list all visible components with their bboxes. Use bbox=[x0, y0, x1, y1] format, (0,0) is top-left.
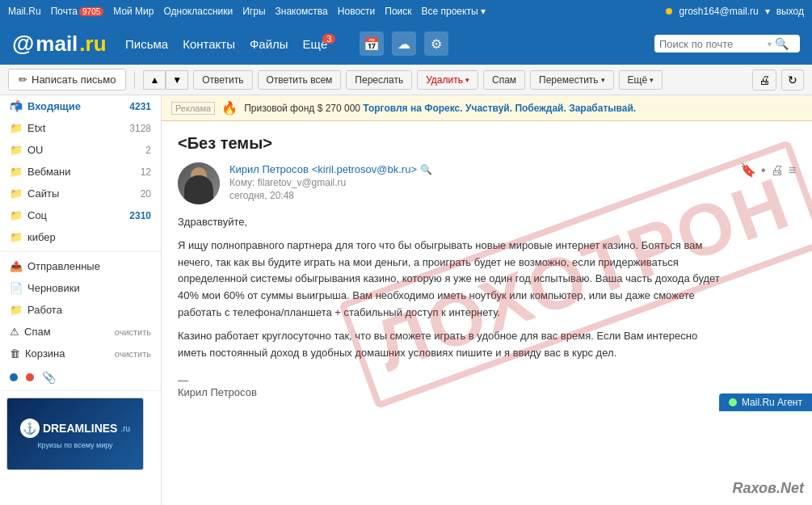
sidebar-item-trash[interactable]: 🗑 Корзина очистить bbox=[0, 343, 161, 364]
move-button[interactable]: Переместить ▾ bbox=[530, 70, 614, 90]
ad-link[interactable]: Торговля на Форекс. Участвуй. Побеждай. … bbox=[363, 103, 636, 114]
dreamlines-banner[interactable]: ⚓ DREAMLINES .ru Круизы по всему миру bbox=[6, 398, 144, 470]
move-label: Переместить bbox=[539, 74, 599, 86]
topnav-right: grosh164@mail.ru ▾ выход bbox=[666, 6, 804, 17]
menu-icon[interactable]: ≡ bbox=[789, 163, 796, 178]
sidebar-item-etxt[interactable]: 📁 Etxt 3128 bbox=[0, 117, 161, 139]
email-to: Кому: filaretov_v@gmail.ru bbox=[229, 177, 730, 188]
sidebar-item-sent[interactable]: 📤 Отправленные bbox=[0, 255, 161, 277]
print-button[interactable]: 🖨 bbox=[752, 69, 776, 90]
trash-label: Корзина bbox=[25, 347, 65, 360]
search-arrow[interactable]: ▾ bbox=[768, 40, 772, 48]
reply-all-button[interactable]: Ответить всем bbox=[258, 70, 342, 90]
search-icon[interactable]: 🔍 bbox=[775, 37, 789, 50]
drafts-label: Черновики bbox=[27, 282, 80, 294]
topnav-search[interactable]: Поиск bbox=[385, 6, 411, 17]
settings-icon[interactable]: ⚙ bbox=[424, 32, 448, 56]
next-button[interactable]: ▼ bbox=[166, 70, 188, 90]
refresh-button[interactable]: ↻ bbox=[781, 69, 804, 90]
forward-button[interactable]: Переслать bbox=[346, 70, 412, 90]
delete-button[interactable]: Удалить ▾ bbox=[417, 70, 478, 90]
dreamlines-tagline: Круизы по всему миру bbox=[37, 441, 112, 449]
prev-button[interactable]: ▲ bbox=[143, 70, 166, 90]
nav-files[interactable]: Файлы bbox=[250, 37, 288, 51]
sites-label: Сайты bbox=[27, 187, 59, 200]
body-line3: определенной системы обыгрывания казино,… bbox=[178, 272, 720, 284]
more-button[interactable]: Ещё ▾ bbox=[619, 70, 663, 90]
header-nav: Письма Контакты Файлы Ещё3 bbox=[125, 37, 335, 51]
spam-folder-icon: ⚠ bbox=[10, 326, 19, 338]
logo[interactable]: @mail.ru bbox=[12, 31, 109, 57]
mail-agent-bar[interactable]: Mail.Ru Агент bbox=[719, 393, 812, 411]
dreamlines-label: DREAMLINES bbox=[43, 422, 118, 435]
search-sender-icon[interactable]: 🔍 bbox=[420, 164, 432, 175]
topnav-myworld[interactable]: Мой Мир bbox=[113, 6, 154, 17]
spam-button[interactable]: Спам bbox=[483, 70, 525, 90]
nav-contacts[interactable]: Контакты bbox=[183, 37, 235, 51]
ad-banner: Реклама 🔥 Призовой фонд $ 270 000 Торгов… bbox=[162, 95, 812, 121]
attachment-icon[interactable]: 📎 bbox=[42, 371, 56, 384]
sites-count: 20 bbox=[141, 188, 151, 200]
logout-link[interactable]: выход bbox=[776, 6, 804, 17]
delete-arrow: ▾ bbox=[465, 76, 469, 84]
body-line6: Казино работает круглосуточно так, что в… bbox=[178, 330, 697, 342]
toolbar-separator bbox=[134, 71, 135, 89]
blue-dot-icon[interactable] bbox=[10, 373, 18, 381]
sidebar-item-drafts[interactable]: 📄 Черновики bbox=[0, 277, 161, 299]
inbox-label: Входящие bbox=[27, 100, 81, 112]
sender-email[interactable]: <kiril.petrosov@bk.ru> bbox=[312, 163, 417, 175]
avatar-inner bbox=[178, 162, 220, 204]
cyber-label: кибер bbox=[27, 231, 56, 243]
header-icons: 📅 ☁ ⚙ bbox=[360, 32, 448, 56]
drafts-icon: 📄 bbox=[10, 282, 23, 294]
body-line1: Я ищу полноправного партнера для того чт… bbox=[178, 239, 702, 251]
topnav-allprojects[interactable]: Все проекты ▾ bbox=[422, 6, 486, 17]
ou-count: 2 bbox=[145, 145, 151, 156]
sidebar-item-cyber[interactable]: 📁 кибер bbox=[0, 226, 161, 248]
avatar-body bbox=[184, 175, 213, 204]
sidebar-item-inbox[interactable]: 📬 Входящие 4231 bbox=[0, 95, 161, 117]
user-email[interactable]: grosh164@mail.ru bbox=[679, 6, 758, 17]
topnav-games[interactable]: Игры bbox=[242, 6, 265, 17]
topnav-mailru[interactable]: Mail.Ru bbox=[8, 6, 41, 17]
nav-letters[interactable]: Письма bbox=[125, 37, 168, 51]
print-email-icon[interactable]: 🖨 bbox=[771, 163, 784, 178]
ad-flame-icon: 🔥 bbox=[221, 100, 238, 116]
calendar-icon[interactable]: 📅 bbox=[360, 32, 384, 56]
sidebar-item-spam[interactable]: ⚠ Спам очистить bbox=[0, 321, 161, 343]
nav-badge: 3 bbox=[322, 34, 335, 44]
sidebar-item-work[interactable]: 📁 Работа bbox=[0, 299, 161, 321]
bookmark-icon[interactable]: 🔖 bbox=[740, 162, 756, 178]
cloud-icon[interactable]: ☁ bbox=[392, 32, 416, 56]
body-line5: работать с телефона/планшета + стабильны… bbox=[178, 306, 500, 318]
topnav-ok[interactable]: Одноклассники bbox=[163, 6, 233, 17]
social-count: 2310 bbox=[129, 210, 151, 221]
signature-name: Кирил Петросов bbox=[178, 386, 796, 398]
body-line4: 40% мои 60% от суммы выигрыша. Вам необх… bbox=[178, 289, 695, 301]
search-box: ▾ 🔍 bbox=[654, 35, 800, 53]
sidebar-item-social[interactable]: 📁 Соц 2310 bbox=[0, 204, 161, 226]
reply-button[interactable]: Ответить bbox=[193, 70, 252, 90]
topnav-news[interactable]: Новости bbox=[338, 6, 375, 17]
search-input[interactable] bbox=[659, 38, 764, 50]
topnav-dating[interactable]: Знакомства bbox=[276, 6, 328, 17]
avatar bbox=[178, 162, 220, 204]
topnav-mail[interactable]: Почта9705 bbox=[51, 6, 104, 17]
email-body: Здравствуйте, Я ищу полноправного партне… bbox=[178, 214, 796, 361]
sidebar-item-ou[interactable]: 📁 OU 2 bbox=[0, 139, 161, 161]
sender-name: Кирил Петросов bbox=[229, 163, 309, 175]
social-icon: 📁 bbox=[10, 209, 23, 221]
spam-folder-label: Спам bbox=[24, 326, 51, 338]
sidebar-item-webmani[interactable]: 📁 Вебмани 12 bbox=[0, 161, 161, 183]
ad-prize: Призовой фонд $ 270 000 bbox=[244, 103, 360, 114]
red-dot-icon[interactable] bbox=[26, 373, 34, 381]
more-label: Ещё bbox=[628, 74, 648, 86]
nav-more[interactable]: Ещё3 bbox=[303, 37, 336, 51]
sidebar-item-sites[interactable]: 📁 Сайты 20 bbox=[0, 183, 161, 204]
email-view: ЛОХОТРОН <Без темы> Кирил Петросов <kiri… bbox=[162, 121, 812, 411]
trash-clear[interactable]: очистить bbox=[115, 349, 151, 359]
compose-button[interactable]: ✏ Написать письмо bbox=[8, 69, 126, 90]
spam-clear[interactable]: очистить bbox=[115, 327, 151, 337]
dot-icon[interactable]: • bbox=[761, 163, 766, 178]
work-label: Работа bbox=[27, 304, 62, 316]
